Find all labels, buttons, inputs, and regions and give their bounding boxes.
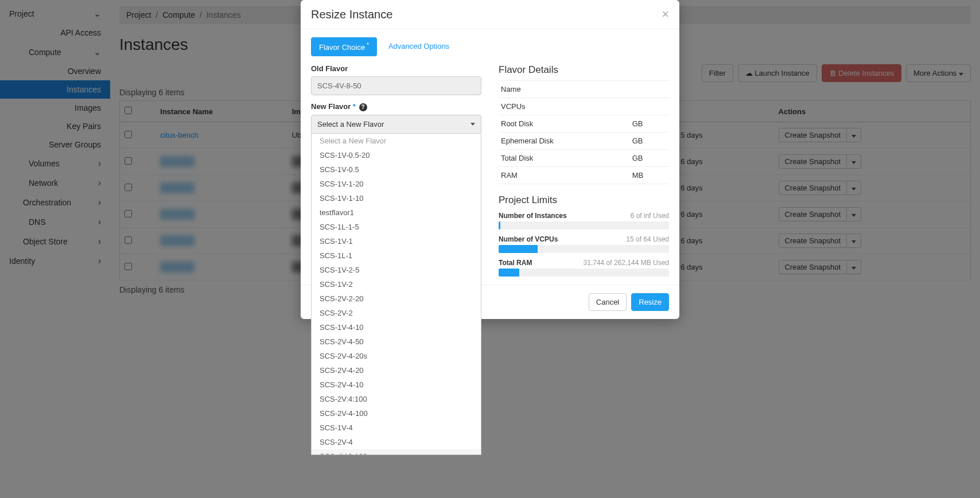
help-icon[interactable]: ? (359, 103, 367, 111)
tab-flavor-choice[interactable]: Flavor Choice * (311, 37, 377, 56)
modal-title: Resize Instance (311, 8, 392, 21)
cancel-button[interactable]: Cancel (589, 293, 627, 298)
flavor-option[interactable]: SCS-1V-0.5-20 (312, 148, 481, 162)
progress-bar (499, 245, 669, 253)
project-limits-title: Project Limits (499, 194, 669, 206)
flavor-option[interactable]: SCS-1V-1-20 (312, 177, 481, 191)
close-icon[interactable]: × (662, 7, 669, 22)
old-flavor-label: Old Flavor (311, 64, 481, 73)
old-flavor-field (311, 76, 481, 95)
resize-button[interactable]: Resize (631, 293, 669, 298)
resize-instance-modal: Resize Instance × Flavor Choice * Advanc… (301, 0, 679, 298)
flavor-option[interactable]: SCS-1V-2-5 (312, 263, 481, 277)
flavor-option[interactable]: SCS-2V-2-20 (312, 291, 481, 298)
flavor-option[interactable]: SCS-1L-1 (312, 248, 481, 263)
flavor-option[interactable]: SCS-1V-1-10 (312, 191, 481, 205)
tab-advanced-options[interactable]: Advanced Options (380, 37, 457, 56)
progress-bar (499, 221, 669, 229)
caret-down-icon (470, 123, 475, 126)
flavor-dropdown[interactable]: Select a New FlavorSCS-1V-0.5-20SCS-1V-0… (311, 134, 481, 298)
progress-bar (499, 269, 669, 277)
flavor-details-title: Flavor Details (499, 64, 669, 76)
flavor-option[interactable]: SCS-1V-1 (312, 234, 481, 248)
flavor-option[interactable]: SCS-1L-1-5 (312, 220, 481, 234)
flavor-details-table: NameVCPUsRoot DiskGBEphemeral DiskGBTota… (499, 80, 669, 184)
new-flavor-label: New Flavor * ? (311, 102, 481, 111)
flavor-option[interactable]: SCS-1V-2 (312, 277, 481, 291)
flavor-option[interactable]: SCS-1V-0.5 (312, 162, 481, 177)
flavor-option[interactable]: testflavor1 (312, 205, 481, 220)
flavor-option[interactable]: Select a New Flavor (312, 134, 481, 148)
new-flavor-select[interactable]: Select a New Flavor (311, 115, 481, 134)
